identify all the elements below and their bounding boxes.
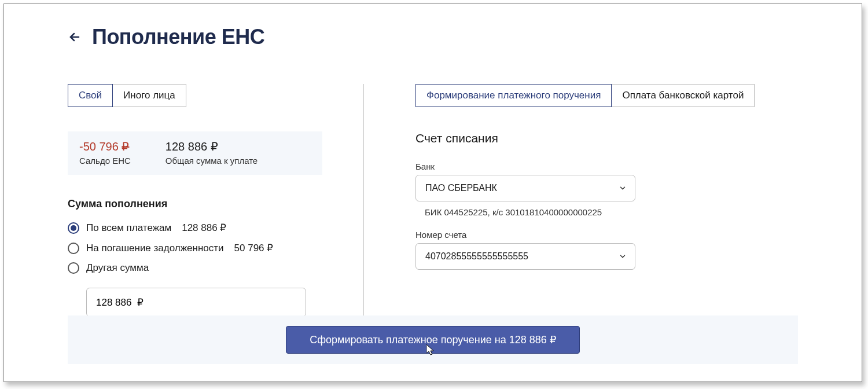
radio-icon <box>68 262 79 274</box>
payer-tabs: Свой Иного лица <box>68 84 322 107</box>
back-arrow-icon[interactable] <box>68 30 82 44</box>
radio-icon <box>68 243 79 254</box>
tab-other-person[interactable]: Иного лица <box>113 84 186 107</box>
tab-own-account[interactable]: Свой <box>68 84 113 107</box>
tab-form-payment-order[interactable]: Формирование платежного поручения <box>415 84 612 107</box>
radio-all-payments[interactable]: По всем платежам 128 886 ₽ <box>68 222 322 234</box>
saldo-label: Сальдо ЕНС <box>79 156 131 166</box>
amount-section-title: Сумма пополнения <box>68 198 322 210</box>
radio-debt-repayment[interactable]: На погашение задолженности 50 796 ₽ <box>68 242 322 254</box>
generate-payment-order-button[interactable]: Сформировать платежное поручение на 128 … <box>286 326 580 354</box>
debit-account-title: Счет списания <box>415 131 798 145</box>
radio-custom-amount[interactable]: Другая сумма <box>68 262 322 274</box>
total-due-label: Общая сумма к уплате <box>165 156 258 166</box>
payment-method-tabs: Формирование платежного поручения Оплата… <box>415 84 798 107</box>
custom-amount-input[interactable] <box>86 288 306 317</box>
bank-field-label: Банк <box>415 162 798 171</box>
column-divider <box>363 84 363 315</box>
radio-icon <box>68 222 79 234</box>
balance-summary: -50 796 ₽ Сальдо ЕНС 128 886 ₽ Общая сум… <box>68 131 322 175</box>
account-field-label: Номер счета <box>415 230 798 240</box>
footer-action-bar: Сформировать платежное поручение на 128 … <box>68 315 798 364</box>
chevron-down-icon <box>619 184 627 192</box>
page-title: Пополнение ЕНС <box>92 25 264 49</box>
bank-select[interactable]: ПАО СБЕРБАНК <box>415 175 635 201</box>
chevron-down-icon <box>619 252 627 260</box>
tab-bank-card[interactable]: Оплата банковской картой <box>612 84 755 107</box>
saldo-value: -50 796 ₽ <box>79 140 131 153</box>
total-due-value: 128 886 ₽ <box>165 140 258 153</box>
account-select[interactable]: 40702855555555555555 <box>415 243 635 270</box>
bank-details-text: БИК 044525225, к/с 30101810400000000225 <box>425 207 798 217</box>
